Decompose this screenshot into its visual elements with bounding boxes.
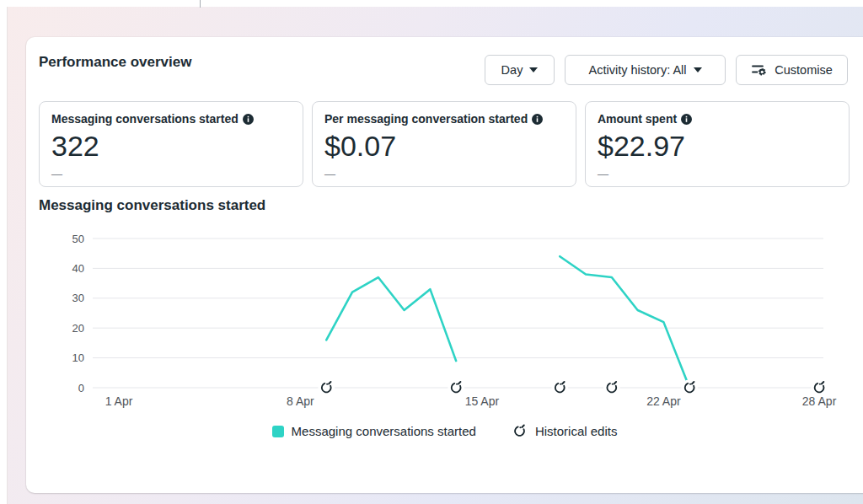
metric-secondary: —	[51, 168, 291, 180]
historical-edit-icon	[512, 423, 528, 439]
svg-text:8 Apr: 8 Apr	[287, 394, 314, 408]
legend-item-edits: Historical edits	[512, 423, 618, 439]
metric-value: 322	[51, 130, 291, 163]
chart-legend: Messaging conversations started Historic…	[26, 423, 863, 439]
svg-text:28 Apr: 28 Apr	[802, 394, 837, 408]
info-icon[interactable]	[681, 114, 692, 125]
caret-down-icon	[694, 67, 702, 72]
metric-secondary: —	[324, 168, 564, 180]
metric-label: Amount spent	[598, 112, 677, 126]
svg-text:15 Apr: 15 Apr	[465, 394, 500, 408]
metric-card-per-conversation[interactable]: Per messaging conversation started $0.07…	[312, 101, 576, 187]
top-divider-line	[200, 0, 201, 8]
svg-text:0: 0	[78, 382, 84, 394]
metric-label: Messaging conversations started	[51, 112, 239, 126]
customise-button[interactable]: Customise	[736, 55, 848, 85]
legend-item-series: Messaging conversations started	[272, 424, 476, 438]
performance-overview-panel: Performance overview Day Activity histor…	[26, 37, 863, 493]
chart-title: Messaging conversations started	[39, 197, 265, 214]
line-chart: 010203040501 Apr8 Apr15 Apr22 Apr28 Apr	[26, 223, 863, 418]
metric-cards: Messaging conversations started 322 — Pe…	[39, 101, 850, 187]
metric-value: $22.97	[598, 130, 837, 163]
customise-icon	[751, 62, 768, 78]
legend-label: Messaging conversations started	[292, 424, 476, 438]
panel-title: Performance overview	[39, 54, 191, 71]
svg-text:50: 50	[72, 233, 84, 245]
svg-text:10: 10	[72, 351, 84, 364]
caret-down-icon	[529, 67, 538, 72]
panel-controls: Day Activity history: All Customise	[485, 55, 848, 85]
info-icon[interactable]	[532, 114, 543, 125]
customise-label: Customise	[775, 63, 833, 77]
day-dropdown[interactable]: Day	[485, 55, 555, 85]
metric-card-amount-spent[interactable]: Amount spent $22.97 —	[585, 101, 850, 187]
svg-text:30: 30	[72, 292, 84, 304]
day-dropdown-label: Day	[501, 63, 523, 77]
metric-secondary: —	[598, 168, 837, 180]
activity-history-label: Activity history: All	[588, 63, 686, 77]
svg-text:40: 40	[72, 262, 84, 275]
activity-history-dropdown[interactable]: Activity history: All	[565, 55, 726, 85]
info-icon[interactable]	[243, 114, 254, 125]
svg-text:20: 20	[72, 322, 84, 335]
legend-swatch	[272, 426, 284, 437]
metric-card-conversations[interactable]: Messaging conversations started 322 —	[39, 101, 303, 187]
metric-value: $0.07	[324, 130, 564, 163]
svg-text:22 Apr: 22 Apr	[646, 394, 681, 408]
metric-label: Per messaging conversation started	[324, 112, 528, 126]
svg-text:1 Apr: 1 Apr	[105, 394, 133, 408]
legend-label: Historical edits	[535, 424, 618, 438]
